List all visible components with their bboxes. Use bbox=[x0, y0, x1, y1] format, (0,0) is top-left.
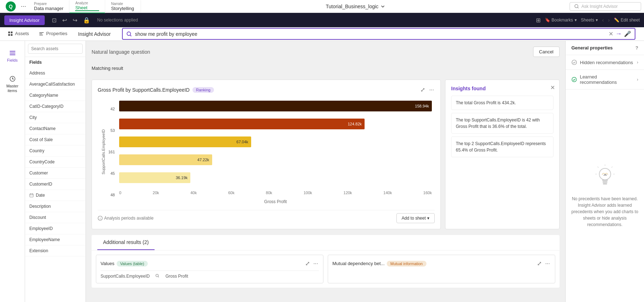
svg-text:i: i bbox=[100, 217, 101, 220]
field-item-contactname[interactable]: ContactName bbox=[25, 123, 86, 134]
hidden-rec-arrow: › bbox=[637, 60, 638, 65]
field-item-customerid[interactable]: CustomerID bbox=[25, 179, 86, 190]
mini-chart-values-title: Values Values (table) bbox=[101, 261, 148, 267]
svg-point-19 bbox=[572, 60, 577, 65]
additional-results: Additional results (2) Values Values (ta… bbox=[92, 235, 560, 288]
app-title[interactable]: Tutorial_Business_logic bbox=[141, 4, 570, 9]
mini-chart-values: Values Values (table) ⤢ ··· SupportCalls… bbox=[96, 255, 323, 283]
field-item-countrycode[interactable]: CountryCode bbox=[25, 157, 86, 168]
sidebar-item-master-items[interactable]: Master items bbox=[0, 72, 25, 96]
qlik-q-icon: Q bbox=[6, 1, 16, 11]
mutual-expand-icon[interactable]: ⤢ bbox=[536, 259, 542, 268]
content-area: Natural language question Cancel Matchin… bbox=[86, 41, 565, 302]
chart-row: Gross Profit by SupportCalls.EmployeeID … bbox=[92, 80, 560, 229]
fields-search-input[interactable] bbox=[28, 44, 83, 54]
field-item-date[interactable]: Date bbox=[25, 190, 86, 201]
selection-back-icon[interactable]: ⊡ bbox=[50, 15, 58, 25]
additional-results-header-bar: Additional results (2) bbox=[92, 235, 560, 250]
field-item-catid[interactable]: CatID-CategoryID bbox=[25, 101, 86, 112]
fields-list: Address AverageCallSatisfaction Category… bbox=[25, 68, 86, 302]
nlq-search-input[interactable] bbox=[135, 31, 606, 37]
info-icon: i bbox=[98, 216, 103, 221]
field-item-city[interactable]: City bbox=[25, 112, 86, 123]
nlq-title: Natural language question bbox=[92, 49, 150, 55]
cancel-btn[interactable]: Cancel bbox=[533, 47, 560, 57]
field-item-costofsale[interactable]: Cost of Sale bbox=[25, 134, 86, 145]
field-item-categoryname[interactable]: CategoryName bbox=[25, 90, 86, 101]
search-clear-icon[interactable]: ✕ bbox=[609, 30, 613, 37]
svg-rect-5 bbox=[39, 32, 44, 33]
nav-dots[interactable]: ··· bbox=[19, 3, 28, 10]
sidebar-item-fields[interactable]: Fields bbox=[4, 47, 20, 65]
more-icon[interactable]: ··· bbox=[429, 86, 435, 94]
mini-chart-mutual-header: Mutual dependency bet... Mutual informat… bbox=[332, 259, 551, 268]
y-axis-title: SupportCalls.EmployeeID bbox=[101, 98, 106, 206]
x-axis-labels: 0 20k 40k 60k 80k 100k 120k 140k 160k bbox=[119, 189, 432, 195]
nav-next-icon[interactable]: › bbox=[608, 17, 610, 23]
properties-tab[interactable]: Properties bbox=[34, 28, 72, 40]
nav-narrate[interactable]: Narrate Storytelling bbox=[105, 0, 141, 13]
fields-panel: Fields Address AverageCallSatisfaction C… bbox=[25, 41, 86, 302]
hidden-recommendations-item[interactable]: Hidden recommendations › bbox=[566, 55, 644, 70]
svg-rect-13 bbox=[30, 194, 33, 197]
bar-48: 36.19k bbox=[119, 172, 190, 183]
lock-icon[interactable]: 🔒 bbox=[82, 15, 92, 25]
edit-sheet-btn[interactable]: ✏️ Edit sheet bbox=[614, 18, 640, 23]
svg-rect-7 bbox=[39, 35, 43, 35]
nlq-search-bar[interactable]: ✕ → 🎤 bbox=[122, 28, 635, 40]
bar-161: 67.04k bbox=[119, 136, 251, 147]
nav-prepare[interactable]: Prepare Data manager bbox=[28, 0, 69, 13]
sheets-btn[interactable]: Sheets ▾ bbox=[581, 18, 598, 23]
insights-title: Insights found bbox=[451, 86, 553, 91]
insights-close-btn[interactable]: ✕ bbox=[550, 84, 555, 91]
undo-icon[interactable]: ↩ bbox=[61, 15, 68, 25]
svg-rect-3 bbox=[8, 34, 10, 36]
assets-icon bbox=[8, 31, 13, 36]
ranking-badge: Ranking bbox=[192, 87, 214, 93]
svg-rect-1 bbox=[8, 32, 10, 33]
mini-chart-values-header: Values Values (table) ⤢ ··· bbox=[101, 259, 319, 268]
no-precedents-text: No precedents have been learned. Insight… bbox=[571, 196, 638, 228]
qlik-logo[interactable]: Q bbox=[3, 1, 19, 11]
chart-actions: ⤢ ··· bbox=[420, 86, 435, 94]
toolbar-right: ⊞ 🔖 Bookmarks ▾ Sheets ▾ ‹ › ✏️ Edit she… bbox=[536, 17, 640, 24]
asset-toolbar: Assets Properties Insight Advisor ✕ → 🎤 bbox=[0, 27, 644, 41]
insight-advisor-btn[interactable]: Insight Advisor bbox=[4, 15, 45, 25]
mutual-more-icon[interactable]: ··· bbox=[545, 259, 551, 268]
field-item-extension[interactable]: Extension bbox=[25, 245, 86, 257]
nav-narrate-title: Storytelling bbox=[111, 6, 135, 11]
svg-rect-29 bbox=[603, 183, 607, 184]
bookmarks-btn[interactable]: 🔖 Bookmarks ▾ bbox=[545, 18, 577, 23]
svg-rect-6 bbox=[39, 33, 42, 34]
hidden-rec-icon bbox=[571, 59, 577, 65]
nav-analyze[interactable]: Analyze Sheet bbox=[69, 0, 105, 13]
add-to-sheet-btn[interactable]: Add to sheet ▾ bbox=[396, 213, 435, 223]
assets-tab[interactable]: Assets bbox=[3, 28, 34, 40]
field-item-employeename[interactable]: EmployeeName bbox=[25, 234, 86, 245]
nlq-header: Natural language question Cancel bbox=[92, 47, 560, 57]
expand-icon[interactable]: ⤢ bbox=[420, 86, 426, 94]
grid-icon[interactable]: ⊞ bbox=[536, 17, 541, 24]
svg-rect-15 bbox=[32, 193, 33, 195]
field-item-address[interactable]: Address bbox=[25, 68, 86, 79]
bookmark-icon: 🔖 bbox=[545, 18, 550, 23]
redo-icon[interactable]: ↪ bbox=[71, 15, 79, 25]
search-mic-icon[interactable]: 🎤 bbox=[624, 30, 631, 37]
field-item-customer[interactable]: Customer bbox=[25, 168, 86, 179]
nav-prev-icon[interactable]: ‹ bbox=[602, 17, 604, 23]
search-submit-icon[interactable]: → bbox=[615, 30, 622, 38]
field-item-employeeid[interactable]: EmployeeID bbox=[25, 223, 86, 234]
field-item-country[interactable]: Country bbox=[25, 145, 86, 157]
field-item-discount[interactable]: Discount bbox=[25, 212, 86, 223]
learned-recommendations-item[interactable]: Learned recommendations › bbox=[566, 70, 644, 90]
nav-prepare-label: Prepare bbox=[34, 2, 63, 6]
mini-more-icon[interactable]: ··· bbox=[313, 259, 319, 268]
bar-row-53: 124.82k bbox=[119, 118, 432, 130]
field-item-avg[interactable]: AverageCallSatisfaction bbox=[25, 79, 86, 90]
mini-expand-icon[interactable]: ⤢ bbox=[304, 259, 311, 268]
field-item-description[interactable]: Description bbox=[25, 201, 86, 212]
general-properties-help-icon[interactable]: ? bbox=[635, 45, 638, 51]
svg-line-25 bbox=[597, 167, 599, 168]
ask-insight-bar[interactable]: Ask Insight Advisor bbox=[570, 2, 641, 11]
nav-narrate-label: Narrate bbox=[111, 2, 135, 6]
